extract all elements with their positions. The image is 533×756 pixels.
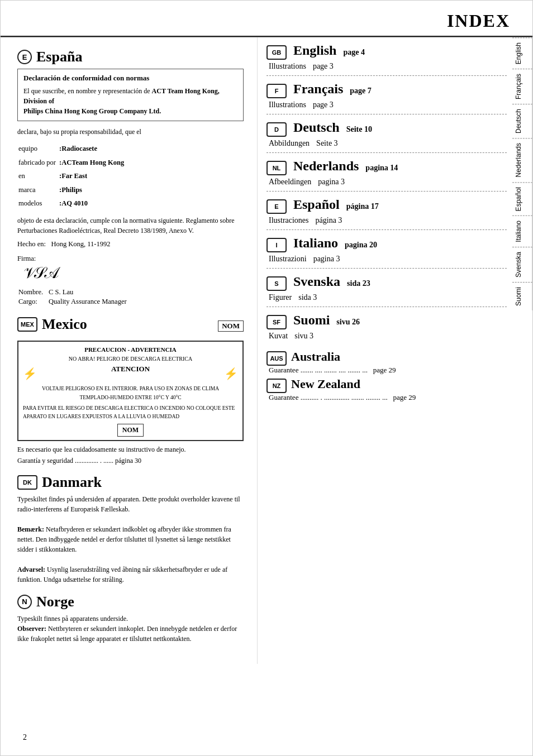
language-entry-nl: NL Nederlands pagina 14 Afbeeldingen pag…: [266, 153, 507, 192]
mexico-guarantee: Garantía y seguridad .............. . ..…: [17, 457, 244, 465]
nz-badge: NZ: [266, 379, 287, 393]
lang-content: E Español página 17 Ilustraciones página…: [266, 197, 507, 225]
equipo-label: equipo: [18, 142, 58, 155]
index-title: INDEX: [447, 11, 510, 31]
main-content: E España Declaración de conformidad con …: [1, 37, 532, 664]
fabricado-value: :ACTeam Hong Kong: [59, 156, 124, 169]
page: INDEX E España Declaración de conformida…: [0, 0, 533, 756]
nombre-value: C S. Lau: [49, 288, 127, 296]
warning-text-center: PRECAUCION - ADVERTENCIA NO ABRA! PELIGR…: [37, 345, 224, 403]
mexico-title-row: MEX Mexico: [17, 316, 87, 333]
lang-content: I Italiano pagina 20 Illustrazioni pagin…: [266, 236, 507, 264]
declaration-box: Declaración de conformidad con normas El…: [17, 69, 244, 121]
lang-content: F Français page 7 Illustrations page 3: [266, 82, 507, 109]
normativa-text: objeto de esta declaración, cumple con l…: [17, 216, 244, 236]
lang-name: Suomi: [293, 313, 330, 328]
lang-title-row: NL Nederlands pagina 14: [266, 159, 507, 175]
lang-illus-page: page 3: [313, 101, 334, 109]
lang-illus-label: Abbildungen: [269, 139, 310, 148]
norge-main-text: Typeskilt finnes på apparatens underside…: [17, 614, 244, 624]
atencion-label: ATENCION: [41, 363, 220, 375]
lang-title-row: F Français page 7: [266, 82, 507, 98]
lang-illus-page: sivu 3: [294, 332, 313, 341]
australia-title: AUS Australia: [266, 350, 507, 366]
vtab-e: Español: [512, 182, 532, 216]
lang-illus-label: Kuvat: [269, 332, 288, 341]
lightning-icon-left: ⚡: [23, 365, 37, 382]
lang-illus-row: Abbildungen Seite 3: [266, 139, 507, 148]
norge-title-row: N Norge: [17, 594, 244, 610]
espana-section-title: E España: [17, 49, 244, 65]
table-row: fabricado por :ACTeam Hong Kong: [18, 156, 124, 169]
advarsel-label: Advarsel:: [17, 566, 45, 573]
modelos-value: :AQ 4010: [59, 197, 124, 210]
table-row: modelos :AQ 4010: [18, 197, 124, 210]
bemaerk-text: Bemærk: Netafbryderen er sekundært indko…: [17, 524, 244, 554]
observer-text: Observer: Nettbryteren er sekundert innk…: [17, 624, 244, 644]
lang-content: GB English page 4 Illustrations page 3: [266, 43, 507, 71]
hecho-value: Hong Kong, 11-1992: [51, 240, 110, 248]
declaration-declares: declara, bajo su propia responsabilidad,…: [17, 127, 244, 137]
lang-illus-row: Illustrazioni pagina 3: [266, 255, 507, 264]
lang-illus-label: Illustrations: [269, 62, 306, 71]
cargo-value: Quality Assurance Manager: [49, 298, 127, 306]
advarsel-content: Usynlig laserudstråling ved åbning når s…: [17, 566, 227, 583]
nombre-label: Nombre.: [18, 288, 47, 296]
danmark-text: Typeskiltet findes på undersiden af appa…: [17, 494, 244, 585]
lang-page: pagina 14: [365, 164, 398, 173]
garantia-label: Garantía y seguridad: [17, 457, 73, 465]
lang-illus-label: Illustrazioni: [269, 255, 307, 264]
vtab-s: Svenska: [512, 247, 532, 282]
observer-label: Observer:: [17, 625, 46, 633]
table-row: Nombre. C S. Lau: [18, 288, 127, 296]
declaration-title: Declaración de conformidad con normas: [23, 74, 237, 83]
nom-center: NOM: [117, 424, 144, 437]
lang-illus-label: Ilustraciones: [269, 216, 309, 225]
vtab-i: Italiano: [512, 216, 532, 247]
warning-box: ⚡ PRECAUCION - ADVERTENCIA NO ABRA! PELI…: [17, 341, 244, 441]
lang-illus-page: pagina 3: [313, 255, 340, 264]
danmark-main-text: Typeskiltet findes på undersiden af appa…: [17, 494, 244, 514]
lang-name: Italiano: [293, 236, 338, 251]
espana-title: España: [36, 49, 82, 65]
lang-name: Español: [293, 197, 340, 212]
lang-name: Deutsch: [293, 120, 340, 135]
page-number: 2: [23, 733, 27, 742]
language-entry-sf: SF Suomi sivu 26 Kuvat sivu 3: [266, 307, 507, 345]
lang-name: English: [293, 43, 336, 58]
australia-name: Australia: [291, 350, 340, 364]
lang-illus-row: Illustrations page 3: [266, 101, 507, 109]
newzealand-guarantee: Guarantee .......... . .............. ..…: [266, 393, 507, 402]
language-entry-d: D Deutsch Seite 10 Abbildungen Seite 3: [266, 114, 507, 153]
en-value: :Far East: [59, 170, 124, 183]
lang-content: S Svenska sida 23 Figurer sida 3: [266, 274, 507, 302]
lang-illus-row: Ilustraciones página 3: [266, 216, 507, 225]
lang-name: Français: [293, 82, 343, 97]
vtab-nl: Nederlands: [512, 138, 532, 181]
language-entry-gb: GB English page 4 Illustrations page 3: [266, 37, 507, 76]
lang-illus-page: sida 3: [298, 293, 317, 302]
firma-label: Firma:: [17, 255, 36, 262]
lang-title-row: GB English page 4: [266, 43, 507, 60]
mexico-badge: MEX: [17, 317, 37, 332]
garantia-dots: .............. . ......: [75, 457, 113, 465]
norge-badge: N: [17, 595, 32, 609]
newzealand-name: New Zealand: [291, 377, 360, 391]
firma-signature: 𝒱𝒮𝒜: [17, 263, 244, 284]
lang-badge: I: [266, 238, 287, 252]
vtab-sf: Suomi: [512, 282, 532, 310]
language-entries: GB English page 4 Illustrations page 3 F…: [266, 37, 507, 345]
newzealand-entry: NZ New Zealand Guarantee .......... . ..…: [266, 377, 507, 402]
table-row: marca :Philips: [18, 184, 124, 197]
cargo-label: Cargo:: [18, 298, 47, 306]
lang-badge: D: [266, 122, 287, 137]
lang-illus-label: Afbeeldingen: [269, 178, 311, 186]
danmark-title: Danmark: [42, 474, 102, 491]
mexico-text1: Es necesario que lea cuidadosamente su i…: [17, 444, 244, 454]
bemaerk-content: Netafbryderen er sekundært indkoblet og …: [17, 525, 231, 553]
left-column: E España Declaración de conformidad con …: [1, 37, 258, 664]
lang-illus-page: page 3: [313, 62, 334, 71]
espana-badge: E: [17, 50, 32, 64]
warning-text3: PARA EVITAR EL RIESGO DE DESCARGA ELECTR…: [23, 404, 238, 421]
precaucion-label: PRECAUCION - ADVERTENCIA: [84, 346, 177, 353]
